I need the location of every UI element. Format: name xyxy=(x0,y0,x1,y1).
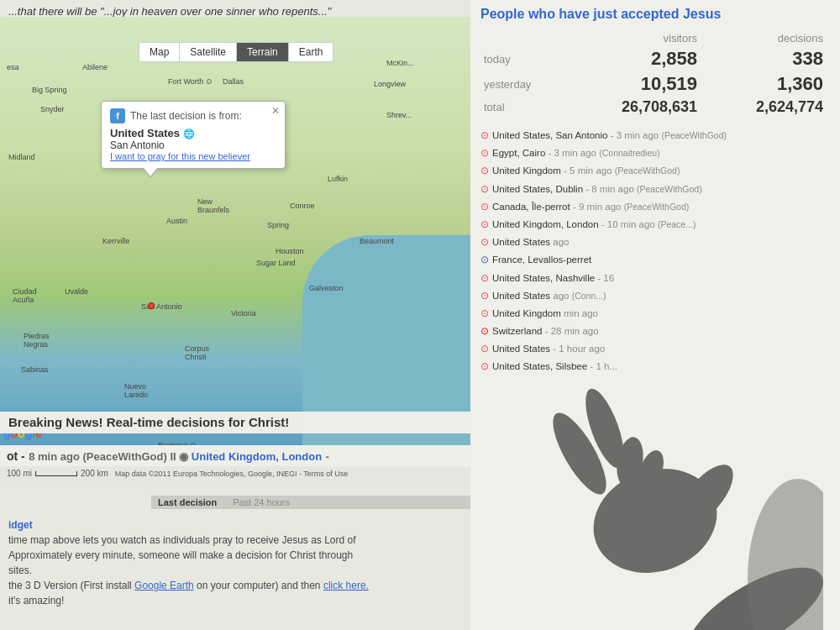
popup-subtitle: The last decision is from: xyxy=(130,110,242,122)
decision-1-country: Egypt, Cairo xyxy=(492,148,545,158)
decision-1: ⊙ Egypt, Cairo - 3 min ago (Connaitredie… xyxy=(480,145,830,161)
stats-row-today: today 2,858 338 xyxy=(480,46,830,71)
city-beaumont: Beaumont xyxy=(360,237,394,245)
yesterday-decisions: 1,360 xyxy=(704,71,830,97)
right-panel: People who have just accepted Jesus visi… xyxy=(470,0,840,630)
map-area: Map Satellite Terrain Earth Fort Worth ⊙… xyxy=(0,17,470,445)
city-abilene2: esa xyxy=(7,63,19,71)
city-piedrasnegras: PiedrasNegras xyxy=(24,332,50,349)
quote-text: ...that there will be "...joy in heaven … xyxy=(8,5,331,18)
today-decisions: 338 xyxy=(704,46,830,71)
decision-9: ⊙ United States ago (Conn...) xyxy=(480,288,830,304)
city-ciudadacuna: CiudadAcuña xyxy=(13,287,37,304)
city-austin: Austin xyxy=(166,217,187,225)
city-houston: Houston xyxy=(276,247,304,255)
flag-ch-11: ⊙ xyxy=(480,323,489,339)
scale-bar: 100 mi 200 km xyxy=(7,469,108,478)
popup-city: San Antonio xyxy=(110,139,276,151)
google-earth-link[interactable]: Google Earth xyxy=(134,580,194,591)
flag-us-8: ⊙ xyxy=(480,270,489,286)
city-galveston: Galveston xyxy=(309,284,344,292)
map-btn-terrain[interactable]: Terrain xyxy=(237,43,289,61)
today-visitors: 2,858 xyxy=(564,46,704,71)
flag-uk-2: ⊙ xyxy=(480,163,489,179)
click-here-link[interactable]: click here. xyxy=(323,580,369,591)
city-sugarland: Sugar Land xyxy=(256,259,296,267)
map-popup: ✕ f The last decision is from: United St… xyxy=(101,101,286,169)
popup-header: f The last decision is from: xyxy=(110,108,276,123)
popup-close-button[interactable]: ✕ xyxy=(271,105,280,117)
decision-13: ⊙ United States, Silsbee - 1 h... xyxy=(480,359,830,375)
widget-amazing: it's amazing! xyxy=(8,593,462,608)
popup-pray-link[interactable]: I want to pray for this new believer xyxy=(110,151,276,161)
city-lufkin: Lufkin xyxy=(328,175,348,183)
city-fortworth: Fort Worth ⊙ xyxy=(168,77,213,86)
city-nuevolaredo: NuevoLaredo xyxy=(124,382,148,399)
decision-2: ⊙ United Kingdom - 5 min ago (PeaceWithG… xyxy=(480,163,830,179)
widget-description: idget time map above lets you watch as i… xyxy=(0,512,470,613)
last-decision-link[interactable]: Last decision xyxy=(158,497,217,507)
flag-ca-4: ⊙ xyxy=(480,199,489,215)
panel-title: People who have just accepted Jesus xyxy=(480,7,830,22)
city-kerrville: Kerrville xyxy=(102,237,130,245)
decision-0-time: - xyxy=(611,130,617,140)
decision-5: ⊙ United Kingdom, London - 10 min ago (P… xyxy=(480,217,830,233)
city-spring: Spring xyxy=(267,221,289,229)
scale-100mi: 100 mi xyxy=(7,469,32,478)
scale-200km: 200 km xyxy=(81,469,108,478)
ticker-subtitle: 8 min ago (PeaceWithGod) II ◉ xyxy=(29,450,192,463)
decision-10: ⊙ United Kingdom min ago xyxy=(480,306,830,322)
decisions-list: ⊙ United States, San Antonio - 3 min ago… xyxy=(480,128,830,375)
total-visitors: 26,708,631 xyxy=(564,97,704,118)
total-decisions: 2,624,774 xyxy=(704,97,830,118)
widget-line2: Approximately every minute, someone will… xyxy=(8,548,462,563)
map-btn-map[interactable]: Map xyxy=(139,43,180,61)
label-today: today xyxy=(480,46,564,71)
city-longview: Longview xyxy=(374,80,406,88)
popup-country: United States 🌐 xyxy=(110,127,276,139)
popup-icon: f xyxy=(110,108,125,123)
decision-12: ⊙ United States - 1 hour ago xyxy=(480,341,830,357)
city-sabinas: Sabinas xyxy=(21,365,49,374)
screen: ...that there will be "...joy in heaven … xyxy=(0,0,840,630)
last-decision-bar: Last decision | Past 24 hours xyxy=(151,496,470,509)
city-shrev: Shrev... xyxy=(386,111,412,119)
decision-11: ⊙ Switzerland - 28 min ago xyxy=(480,323,830,339)
past-24-hours-link[interactable]: Past 24 hours xyxy=(233,497,290,507)
breaking-news-bar: Breaking News! Real-time decisions for C… xyxy=(0,412,470,433)
decision-7: ⊙ France, Levallos-perret xyxy=(480,252,830,268)
widget-line4: the 3 D Version (First install Google Ea… xyxy=(8,578,462,593)
city-bigspring: Big Spring xyxy=(32,86,67,94)
ticker-location[interactable]: United Kingdom, London xyxy=(192,450,322,463)
ticker-area: ot - 8 min ago (PeaceWithGod) II ◉ Unite… xyxy=(0,445,470,469)
header-decisions: decisions xyxy=(704,30,830,46)
label-yesterday: yesterday xyxy=(480,71,564,97)
flag-us-9: ⊙ xyxy=(480,288,489,304)
city-snyder: Snyder xyxy=(40,105,65,113)
ticker-title: ot - 8 min ago (PeaceWithGod) II ◉ Unite… xyxy=(7,449,464,464)
decision-0-time2: 3 min ago xyxy=(617,130,659,140)
map-btn-earth[interactable]: Earth xyxy=(289,43,333,61)
city-midland: Midland xyxy=(8,153,35,161)
city-abilene: Abilene xyxy=(82,63,108,71)
city-corpuschristi: CorpusChristi xyxy=(185,344,209,361)
flag-us-13: ⊙ xyxy=(480,359,489,375)
yesterday-visitors: 10,519 xyxy=(564,71,704,97)
city-newbraunfels: NewBraunfels xyxy=(197,197,229,214)
map-btn-satellite[interactable]: Satellite xyxy=(180,43,237,61)
us-flag-emoji: 🌐 xyxy=(183,129,195,139)
city-conroe: Conroe xyxy=(290,202,315,210)
header-visitors: visitors xyxy=(564,30,704,46)
stats-table: visitors decisions today 2,858 338 yeste… xyxy=(480,30,830,118)
widget-line1: time map above lets you watch as individ… xyxy=(8,533,462,548)
flag-eg-1: ⊙ xyxy=(480,145,489,161)
flag-us-6: ⊙ xyxy=(480,234,489,250)
decision-4: ⊙ Canada, Île-perrot - 9 min ago (PeaceW… xyxy=(480,199,830,215)
flag-us-3: ⊙ xyxy=(480,181,489,197)
decision-0-country: United States, San Antonio xyxy=(492,130,607,140)
city-mckinney: McKin... xyxy=(386,59,414,67)
flag-uk-10: ⊙ xyxy=(480,306,489,322)
widget-line3: sites. xyxy=(8,563,462,578)
map-controls: 100 mi 200 km Map data ©2011 Europa Tech… xyxy=(0,466,470,480)
map-toolbar: Map Satellite Terrain Earth xyxy=(139,42,333,62)
